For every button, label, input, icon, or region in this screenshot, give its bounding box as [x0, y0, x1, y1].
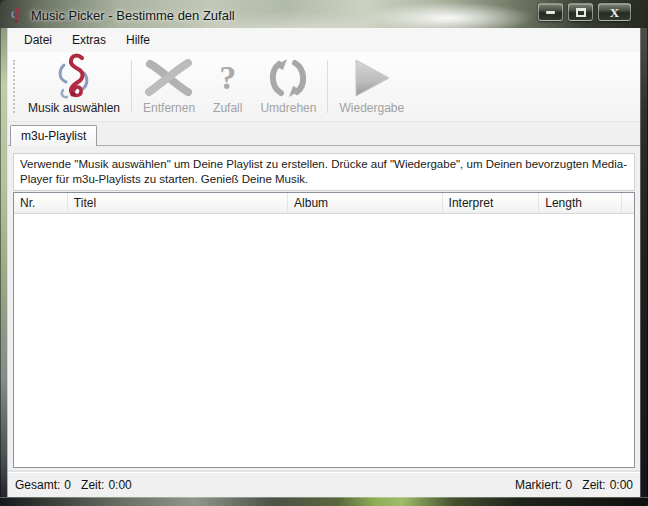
status-marked: Markiert:0Zeit:0:00 [515, 478, 633, 492]
remove-x-icon [143, 56, 195, 99]
status-total: Gesamt:0Zeit:0:00 [15, 478, 132, 492]
status-total-time-value: 0:00 [108, 478, 131, 492]
rotate-arrows-icon [266, 56, 310, 99]
column-header-interpret-label: Interpret [449, 196, 494, 210]
menu-hilfe-label: Hilfe [126, 33, 150, 47]
close-icon: X [610, 6, 619, 19]
close-button[interactable]: X [598, 3, 631, 21]
play-label: Wiedergabe [339, 101, 404, 115]
app-window: Music Picker - Bestimme den Zufall X Dat… [0, 0, 648, 506]
window-border-bottom [0, 497, 648, 506]
menu-extras[interactable]: Extras [62, 28, 116, 52]
column-header-album-label: Album [294, 196, 328, 210]
status-total-label: Gesamt: [15, 478, 60, 492]
client-area: Datei Extras Hilfe [8, 28, 640, 497]
playlist-listview[interactable]: Nr. Titel Album Interpret Length [13, 192, 635, 468]
menu-datei[interactable]: Datei [14, 28, 62, 52]
status-total-time-label: Zeit: [81, 478, 104, 492]
remove-label: Entfernen [143, 101, 195, 115]
tabstrip: m3u-Playlist [8, 122, 640, 146]
tab-m3u-playlist-label: m3u-Playlist [21, 129, 86, 143]
random-button[interactable]: ? Zufall [204, 54, 251, 119]
status-total-value: 0 [64, 478, 71, 492]
minimize-icon [546, 11, 555, 14]
menu-extras-label: Extras [72, 33, 106, 47]
column-header-length[interactable]: Length [539, 193, 622, 213]
question-mark-icon: ? [219, 56, 236, 99]
instructions-text: Verwende "Musik auswählen" um Deine Play… [13, 153, 635, 191]
play-icon [351, 56, 393, 99]
window-controls: X [538, 3, 631, 21]
menu-hilfe[interactable]: Hilfe [116, 28, 160, 52]
column-header-album[interactable]: Album [288, 193, 442, 213]
maximize-button[interactable] [568, 3, 593, 21]
status-marked-value: 0 [566, 478, 573, 492]
window-title: Music Picker - Bestimme den Zufall [31, 8, 235, 23]
app-treble-clef-icon [10, 7, 23, 24]
play-button[interactable]: Wiedergabe [330, 54, 413, 119]
minimize-button[interactable] [538, 3, 563, 21]
playlist-header-row: Nr. Titel Album Interpret Length [14, 193, 634, 214]
maximize-icon [576, 8, 586, 17]
tab-page: Verwende "Musik auswählen" um Deine Play… [8, 146, 640, 472]
menu-datei-label: Datei [24, 33, 52, 47]
menubar: Datei Extras Hilfe [8, 28, 640, 52]
column-header-length-label: Length [545, 196, 582, 210]
toolbar-grip[interactable] [13, 60, 15, 113]
window-border-left [0, 28, 8, 497]
playlist-empty-body[interactable] [14, 214, 634, 467]
status-marked-time-label: Zeit: [582, 478, 605, 492]
statusbar: Gesamt:0Zeit:0:00 Markiert:0Zeit:0:00 [8, 472, 640, 497]
titlebar[interactable]: Music Picker - Bestimme den Zufall X [0, 0, 648, 28]
select-music-label: Musik auswählen [28, 101, 120, 115]
column-header-nr[interactable]: Nr. [14, 193, 68, 213]
column-header-filler [622, 193, 634, 213]
toolbar-separator [131, 60, 132, 113]
status-marked-label: Markiert: [515, 478, 562, 492]
random-label: Zufall [213, 101, 242, 115]
select-music-button[interactable]: Musik auswählen [19, 54, 129, 119]
reverse-button[interactable]: Umdrehen [251, 54, 325, 119]
column-header-titel[interactable]: Titel [68, 193, 288, 213]
status-marked-time-value: 0:00 [610, 478, 633, 492]
toolbar: Musik auswählen Entfernen ? Zufall [8, 52, 640, 122]
treble-clef-icon [54, 53, 94, 99]
remove-button[interactable]: Entfernen [134, 54, 204, 119]
tab-m3u-playlist[interactable]: m3u-Playlist [10, 125, 97, 146]
reverse-label: Umdrehen [260, 101, 316, 115]
column-header-titel-label: Titel [74, 196, 96, 210]
column-header-nr-label: Nr. [20, 196, 35, 210]
column-header-interpret[interactable]: Interpret [443, 193, 540, 213]
window-border-right [640, 28, 648, 497]
toolbar-separator [327, 60, 328, 113]
